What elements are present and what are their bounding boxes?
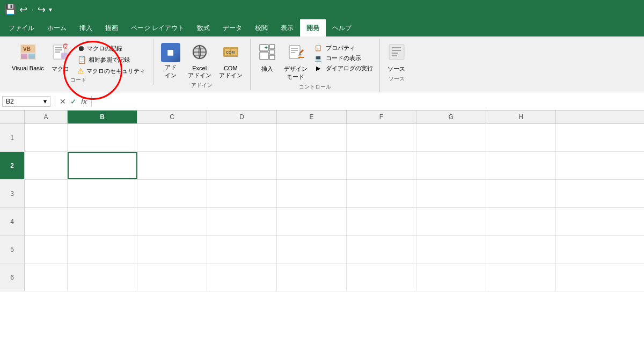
relative-ref-button[interactable]: 📋 相対参照で記録 <box>74 54 149 65</box>
cell-h3[interactable] <box>486 180 556 207</box>
design-mode-button[interactable]: デザインモード <box>281 41 311 83</box>
svg-rect-32 <box>298 57 304 58</box>
row-header-5[interactable]: 5 <box>0 236 25 263</box>
cell-c5[interactable] <box>137 236 207 263</box>
macro-button[interactable]: REC マクロ <box>48 41 73 75</box>
cell-b1[interactable] <box>68 124 137 151</box>
grid-row-4: 4 <box>0 208 644 236</box>
record-macro-button[interactable]: ⏺ マクロの記録 <box>74 43 149 54</box>
cell-a4[interactable] <box>25 208 68 235</box>
col-header-b[interactable]: B <box>68 111 137 123</box>
menu-home[interactable]: ホーム <box>41 19 73 36</box>
addin-button[interactable]: ■ アドイン <box>158 41 184 82</box>
col-header-e[interactable]: E <box>277 111 347 123</box>
cell-a6[interactable] <box>25 263 68 291</box>
redo-icon[interactable]: ↪ <box>38 4 46 16</box>
menu-review[interactable]: 校閲 <box>248 19 274 36</box>
cell-h6[interactable] <box>486 263 556 291</box>
cell-f1[interactable] <box>347 124 416 151</box>
dropdown-icon[interactable]: ▾ <box>49 6 52 13</box>
name-box[interactable]: B2 ▾ <box>2 96 50 107</box>
fx-icon[interactable]: fx <box>81 97 87 106</box>
cell-e2[interactable] <box>277 152 347 179</box>
cell-h5[interactable] <box>486 236 556 263</box>
cell-f2[interactable] <box>347 152 416 179</box>
menu-developer[interactable]: 開発 <box>300 19 326 36</box>
cell-d6[interactable] <box>207 263 277 291</box>
cell-e1[interactable] <box>277 124 347 151</box>
row-header-6[interactable]: 6 <box>0 263 25 291</box>
cell-e5[interactable] <box>277 236 347 263</box>
cell-a2[interactable] <box>25 152 68 179</box>
cell-b4[interactable] <box>68 208 137 235</box>
formula-input[interactable] <box>96 97 642 106</box>
cell-c2[interactable] <box>137 152 207 179</box>
cell-c4[interactable] <box>137 208 207 235</box>
cell-f6[interactable] <box>347 263 416 291</box>
cell-d5[interactable] <box>207 236 277 263</box>
cell-g6[interactable] <box>416 263 486 291</box>
cell-d1[interactable] <box>207 124 277 151</box>
source-button[interactable]: ソース <box>384 41 409 75</box>
cell-h4[interactable] <box>486 208 556 235</box>
cell-a1[interactable] <box>25 124 68 151</box>
cell-g1[interactable] <box>416 124 486 151</box>
cell-f5[interactable] <box>347 236 416 263</box>
cell-c6[interactable] <box>137 263 207 291</box>
menu-formula[interactable]: 数式 <box>191 19 216 36</box>
cell-f4[interactable] <box>347 208 416 235</box>
menu-pagelayout[interactable]: ページ レイアウト <box>125 19 191 36</box>
cell-b3[interactable] <box>68 180 137 207</box>
cell-g2[interactable] <box>416 152 486 179</box>
menu-file[interactable]: ファイル <box>2 19 41 36</box>
name-box-dropdown[interactable]: ▾ <box>43 98 47 105</box>
col-header-a[interactable]: A <box>25 111 68 123</box>
menu-draw[interactable]: 描画 <box>99 19 125 36</box>
menu-data[interactable]: データ <box>216 19 248 36</box>
col-header-d[interactable]: D <box>207 111 277 123</box>
run-dialog-button[interactable]: ▶ ダイアログの実行 <box>312 63 375 73</box>
row-header-4[interactable]: 4 <box>0 208 25 235</box>
com-addin-button[interactable]: COM COMアドイン <box>216 41 246 82</box>
col-header-f[interactable]: F <box>347 111 416 123</box>
menu-insert[interactable]: 挿入 <box>73 19 99 36</box>
row-header-1[interactable]: 1 <box>0 124 25 151</box>
menu-help[interactable]: ヘルプ <box>326 19 358 36</box>
cell-h1[interactable] <box>486 124 556 151</box>
cell-g5[interactable] <box>416 236 486 263</box>
cell-b6[interactable] <box>68 263 137 291</box>
cell-h2[interactable] <box>486 152 556 179</box>
cell-e3[interactable] <box>277 180 347 207</box>
cell-b2[interactable] <box>68 152 137 179</box>
insert-control-button[interactable]: + 挿入 <box>255 41 280 75</box>
cell-b5[interactable] <box>68 236 137 263</box>
cell-d3[interactable] <box>207 180 277 207</box>
menu-view[interactable]: 表示 <box>274 19 300 36</box>
undo-icon[interactable]: ↩ <box>19 4 27 16</box>
confirm-icon[interactable]: ✓ <box>70 97 77 106</box>
col-header-c[interactable]: C <box>137 111 207 123</box>
excel-addin-button[interactable]: Excelアドイン <box>185 41 215 82</box>
view-code-button[interactable]: 💻 コードの表示 <box>312 53 375 63</box>
col-header-g[interactable]: G <box>416 111 486 123</box>
cell-e4[interactable] <box>277 208 347 235</box>
cell-g4[interactable] <box>416 208 486 235</box>
properties-button[interactable]: 📋 プロパティ <box>312 43 375 53</box>
visual-basic-button[interactable]: VB Visual Basic <box>9 41 47 74</box>
row-header-2[interactable]: 2 <box>0 152 25 179</box>
cell-c1[interactable] <box>137 124 207 151</box>
cell-c3[interactable] <box>137 180 207 207</box>
row-header-3[interactable]: 3 <box>0 180 25 207</box>
cancel-icon[interactable]: ✕ <box>60 97 66 106</box>
cell-a5[interactable] <box>25 236 68 263</box>
cell-f3[interactable] <box>347 180 416 207</box>
source-buttons-row: ソース <box>384 39 409 75</box>
cell-g3[interactable] <box>416 180 486 207</box>
cell-d4[interactable] <box>207 208 277 235</box>
cell-d2[interactable] <box>207 152 277 179</box>
cell-a3[interactable] <box>25 180 68 207</box>
cell-e6[interactable] <box>277 263 347 291</box>
save-icon[interactable]: 💾 <box>4 4 16 16</box>
col-header-h[interactable]: H <box>486 111 556 123</box>
macro-security-button[interactable]: ⚠ マクロのセキュリティ <box>74 65 149 76</box>
